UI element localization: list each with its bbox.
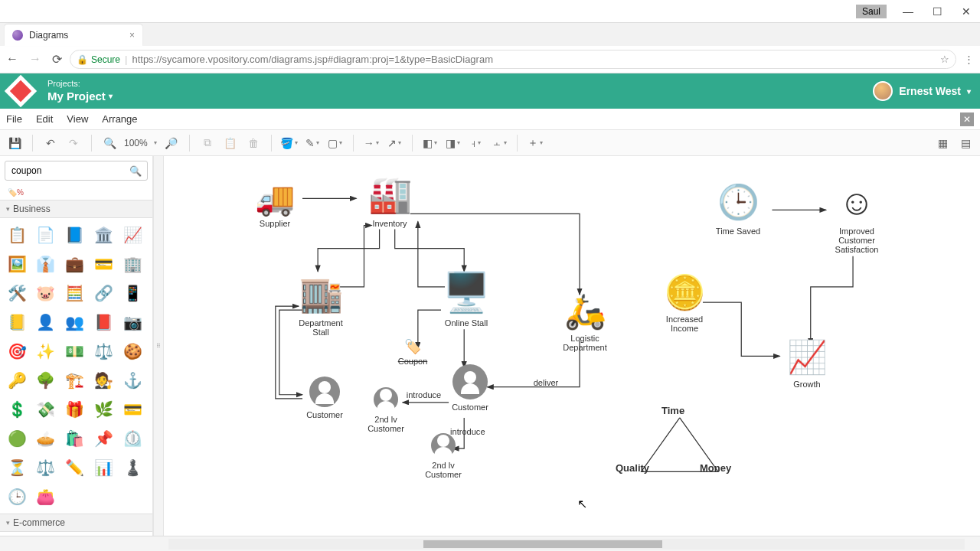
save-button[interactable]: 💾 <box>6 135 23 152</box>
zoom-in-button[interactable]: 🔎 <box>163 135 180 152</box>
shape-item[interactable]: 💳 <box>122 399 143 420</box>
forward-button[interactable]: → <box>29 52 41 67</box>
tab-close-icon[interactable]: × <box>129 30 135 41</box>
shape-item[interactable]: 📒 <box>6 311 28 333</box>
redo-button[interactable]: ↷ <box>65 135 82 152</box>
shape-item[interactable]: 🏛️ <box>93 224 114 246</box>
search-icon[interactable]: 🔍 <box>129 165 142 177</box>
node-supplier[interactable]: 🚚 Supplier <box>240 179 309 228</box>
url-field[interactable]: 🔒 Secure | https://sycamore.vpository.co… <box>70 50 956 69</box>
shape-item[interactable]: 📋 <box>6 224 28 246</box>
menu-view[interactable]: View <box>67 113 88 125</box>
node-second-lv-2[interactable]: 2nd lv Customer <box>416 432 470 479</box>
user-menu[interactable]: Ernest West ▾ <box>873 81 971 101</box>
shape-item[interactable]: ⏲️ <box>122 428 143 449</box>
outline-panel-button[interactable]: ▤ <box>957 135 974 152</box>
shape-item[interactable]: ✏️ <box>64 457 86 478</box>
fill-color-button[interactable]: 🪣 <box>281 135 298 152</box>
to-front-button[interactable]: ◧ <box>422 135 439 152</box>
shape-item[interactable]: 🌳 <box>35 370 57 391</box>
search-result-tag[interactable]: 🏷️% <box>0 185 152 200</box>
node-dept-stall[interactable]: 🏬 Department Stall <box>286 271 355 337</box>
shape-item[interactable]: 👤 <box>35 311 57 333</box>
shadow-button[interactable]: ▢ <box>327 135 344 152</box>
align-button[interactable]: ⫞ <box>468 135 485 152</box>
node-time-saved[interactable]: 🕒 Time Saved <box>700 179 776 236</box>
node-growth[interactable]: 📈 Growth <box>773 336 841 389</box>
shape-item[interactable]: 🛠️ <box>6 282 28 304</box>
shape-item[interactable]: 🕒 <box>6 486 28 507</box>
app-logo-icon[interactable] <box>5 75 37 107</box>
distribute-button[interactable]: ⫠ <box>491 135 508 152</box>
shape-item[interactable]: 🍪 <box>122 341 143 362</box>
paste-button[interactable]: 📋 <box>222 135 239 152</box>
back-button[interactable]: ← <box>6 52 18 67</box>
shape-item[interactable]: 👔 <box>35 253 57 275</box>
shape-item[interactable]: 🥧 <box>35 428 57 449</box>
shape-item[interactable]: ⚓ <box>122 370 143 391</box>
bookmark-icon[interactable]: ☆ <box>940 54 949 65</box>
shape-item[interactable]: 🎁 <box>64 399 86 420</box>
sidebar-splitter[interactable]: ⠿ <box>153 156 164 536</box>
browser-menu-icon[interactable]: ⋮ <box>964 54 974 65</box>
shape-item[interactable]: ✨ <box>35 341 57 362</box>
shape-item[interactable]: 📘 <box>64 224 86 246</box>
shape-item[interactable]: 📄 <box>35 224 57 246</box>
shape-item[interactable]: 🟢 <box>6 428 28 449</box>
shape-item[interactable]: 🏗️ <box>64 370 86 391</box>
copy-button[interactable]: ⧉ <box>199 135 216 152</box>
undo-button[interactable]: ↶ <box>42 135 59 152</box>
shape-item[interactable]: 💲 <box>6 399 28 420</box>
reload-button[interactable]: ⟳ <box>52 52 62 67</box>
shape-item[interactable]: 🛍️ <box>64 428 86 449</box>
menu-file[interactable]: File <box>6 113 22 125</box>
zoom-out-button[interactable]: 🔍 <box>101 135 118 152</box>
node-inventory[interactable]: 🏭 Inventory <box>355 171 424 228</box>
node-income[interactable]: 🪙 Increased Income <box>646 271 723 333</box>
project-selector[interactable]: Projects: My Project ▾ <box>47 79 113 103</box>
shape-item[interactable]: 🌿 <box>93 399 114 420</box>
shape-item[interactable]: 🏢 <box>122 253 143 275</box>
shape-item[interactable]: 📱 <box>122 282 143 304</box>
category-ecommerce[interactable]: E-commerce <box>0 514 152 532</box>
shape-item[interactable]: ⏳ <box>6 457 28 478</box>
shape-item[interactable]: 💳 <box>93 253 114 275</box>
zoom-level[interactable]: 100% <box>124 138 148 148</box>
shape-item[interactable]: 🔗 <box>93 282 114 304</box>
shape-item[interactable]: ⚖️ <box>35 457 57 478</box>
shape-item[interactable]: 📈 <box>122 224 143 246</box>
minimize-button[interactable]: — <box>900 5 916 18</box>
browser-tab[interactable]: Diagrams × <box>5 24 142 46</box>
menu-edit[interactable]: Edit <box>36 113 53 125</box>
shape-search-input[interactable] <box>5 161 148 181</box>
shape-item[interactable]: 🧑‍⚖️ <box>93 370 114 391</box>
add-button[interactable]: ＋ <box>527 135 544 152</box>
close-window-button[interactable]: ✕ <box>959 5 974 18</box>
diagram-canvas[interactable]: introduce introduce deliver 🚚 Supplie <box>164 156 980 536</box>
close-panel-button[interactable]: ✕ <box>960 112 974 126</box>
shape-item[interactable]: 💸 <box>35 399 57 420</box>
connector-style-button[interactable]: → <box>363 135 380 152</box>
shape-item[interactable]: 🐷 <box>35 282 57 304</box>
shape-item[interactable]: 🖼️ <box>6 253 28 275</box>
shape-item[interactable]: 📊 <box>93 457 114 478</box>
shape-item[interactable]: 🧮 <box>64 282 86 304</box>
node-customer-2[interactable]: Customer <box>443 363 497 412</box>
maximize-button[interactable]: ☐ <box>929 5 945 18</box>
node-customer-1[interactable]: Customer <box>298 374 351 419</box>
delete-button[interactable]: 🗑 <box>245 135 262 152</box>
shape-item[interactable]: 📕 <box>93 311 114 333</box>
format-panel-button[interactable]: ▦ <box>934 135 951 152</box>
node-improved[interactable]: ☺ Improved Customer Satisfaction <box>818 179 895 254</box>
shape-item[interactable]: 📷 <box>122 311 143 333</box>
node-online-stall[interactable]: 🖥️ Online Stall <box>428 267 505 328</box>
horizontal-scrollbar[interactable] <box>168 539 965 549</box>
menu-arrange[interactable]: Arrange <box>102 113 137 125</box>
shape-item[interactable]: 🎯 <box>6 341 28 362</box>
node-logistic[interactable]: 🛵 Logistic Department <box>547 290 623 352</box>
shape-item[interactable]: 📌 <box>93 428 114 449</box>
shape-item[interactable]: 💼 <box>64 253 86 275</box>
shape-item[interactable]: 👥 <box>64 311 86 333</box>
line-color-button[interactable]: ✎ <box>304 135 321 152</box>
shape-item[interactable]: ⚖️ <box>93 341 114 362</box>
